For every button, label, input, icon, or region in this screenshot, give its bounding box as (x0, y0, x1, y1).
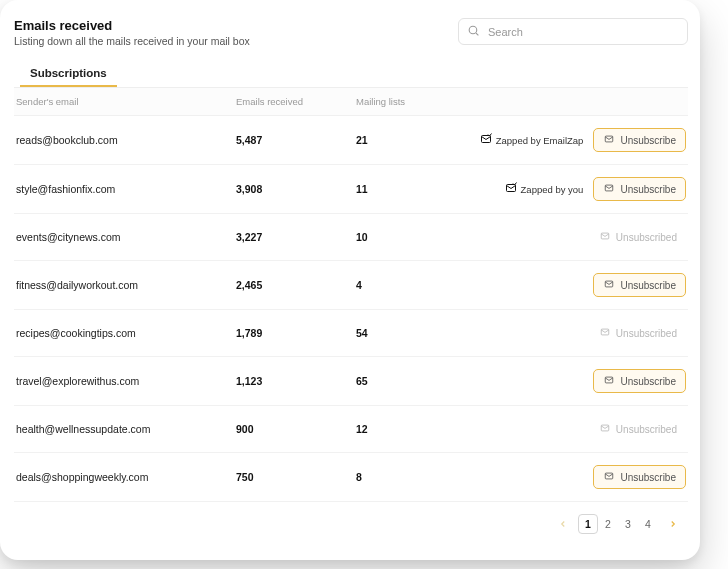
col-sender: Sender's email (16, 96, 236, 107)
table-row: style@fashionfix.com3,90811Zapped by you… (14, 165, 688, 214)
sender-email: style@fashionfix.com (16, 183, 236, 195)
envelope-icon (603, 134, 615, 146)
envelope-icon (599, 327, 611, 339)
envelope-icon (603, 279, 615, 291)
unsubscribed-label: Unsubscribed (616, 424, 677, 435)
pagination: 1234 (14, 502, 688, 544)
unsubscribe-label: Unsubscribe (620, 184, 676, 195)
unsubscribed-status: Unsubscribed (590, 418, 686, 440)
mailing-lists-count: 4 (356, 279, 476, 291)
page-title: Emails received (14, 18, 250, 33)
sender-email: deals@shoppingweekly.com (16, 471, 236, 483)
sender-email: events@citynews.com (16, 231, 236, 243)
search-input[interactable] (486, 25, 679, 39)
emails-received-count: 1,789 (236, 327, 356, 339)
mailing-lists-count: 65 (356, 375, 476, 387)
sender-email: recipes@cookingtips.com (16, 327, 236, 339)
unsubscribe-label: Unsubscribe (620, 376, 676, 387)
table-row: recipes@cookingtips.com1,78954Unsubscrib… (14, 310, 688, 357)
envelope-icon (599, 423, 611, 435)
row-actions: Zapped by youUnsubscribe (476, 177, 686, 201)
unsubscribe-button[interactable]: Unsubscribe (593, 128, 686, 152)
row-actions: Unsubscribe (476, 465, 686, 489)
emails-received-count: 900 (236, 423, 356, 435)
header: Emails received Listing down all the mai… (14, 18, 688, 47)
zapped-by-emailzap-badge: Zapped by EmailZap (480, 133, 584, 147)
emails-received-count: 1,123 (236, 375, 356, 387)
zapped-label: Zapped by EmailZap (496, 135, 584, 146)
sender-email: reads@bookclub.com (16, 134, 236, 146)
page-1[interactable]: 1 (578, 514, 598, 534)
unsubscribe-button[interactable]: Unsubscribe (593, 273, 686, 297)
page-3[interactable]: 3 (618, 514, 638, 534)
unsubscribe-label: Unsubscribe (620, 280, 676, 291)
envelope-icon (603, 183, 615, 195)
page-next[interactable] (664, 515, 682, 533)
emails-received-count: 5,487 (236, 134, 356, 146)
page-2[interactable]: 2 (598, 514, 618, 534)
unsubscribe-button[interactable]: Unsubscribe (593, 369, 686, 393)
unsubscribe-button[interactable]: Unsubscribe (593, 177, 686, 201)
unsubscribed-label: Unsubscribed (616, 232, 677, 243)
sender-email: fitness@dailyworkout.com (16, 279, 236, 291)
unsubscribed-status: Unsubscribed (590, 322, 686, 344)
emails-received-count: 3,908 (236, 183, 356, 195)
row-actions: Unsubscribe (476, 273, 686, 297)
table-body: reads@bookclub.com5,48721Zapped by Email… (14, 116, 688, 502)
envelope-icon (599, 231, 611, 243)
unsubscribed-label: Unsubscribed (616, 328, 677, 339)
table-row: travel@explorewithus.com1,12365Unsubscri… (14, 357, 688, 406)
sender-email: travel@explorewithus.com (16, 375, 236, 387)
table-row: deals@shoppingweekly.com7508Unsubscribe (14, 453, 688, 502)
zapped-label: Zapped by you (521, 184, 584, 195)
row-actions: Unsubscribed (476, 226, 686, 248)
page-prev[interactable] (554, 515, 572, 533)
unsubscribed-status: Unsubscribed (590, 226, 686, 248)
table-row: health@wellnessupdate.com90012Unsubscrib… (14, 406, 688, 453)
envelope-check-icon (505, 182, 517, 196)
search-icon (467, 23, 480, 41)
app-card: Emails received Listing down all the mai… (0, 0, 700, 560)
row-actions: Zapped by EmailZapUnsubscribe (476, 128, 686, 152)
emails-received-count: 3,227 (236, 231, 356, 243)
envelope-icon (603, 375, 615, 387)
emails-received-count: 2,465 (236, 279, 356, 291)
row-actions: Unsubscribed (476, 322, 686, 344)
zapped-by-you-badge: Zapped by you (505, 182, 584, 196)
table-row: reads@bookclub.com5,48721Zapped by Email… (14, 116, 688, 165)
envelope-check-icon (480, 133, 492, 147)
tabs: Subscriptions (14, 61, 688, 88)
svg-point-0 (469, 26, 477, 34)
col-emails: Emails received (236, 96, 356, 107)
mailing-lists-count: 12 (356, 423, 476, 435)
mailing-lists-count: 10 (356, 231, 476, 243)
sender-email: health@wellnessupdate.com (16, 423, 236, 435)
emails-received-count: 750 (236, 471, 356, 483)
page-4[interactable]: 4 (638, 514, 658, 534)
table-row: fitness@dailyworkout.com2,4654Unsubscrib… (14, 261, 688, 310)
col-lists: Mailing lists (356, 96, 476, 107)
table-header: Sender's email Emails received Mailing l… (14, 88, 688, 116)
envelope-icon (603, 471, 615, 483)
tab-subscriptions[interactable]: Subscriptions (20, 61, 117, 87)
mailing-lists-count: 8 (356, 471, 476, 483)
svg-line-1 (476, 33, 478, 35)
unsubscribe-label: Unsubscribe (620, 472, 676, 483)
title-block: Emails received Listing down all the mai… (14, 18, 250, 47)
search-box[interactable] (458, 18, 688, 45)
mailing-lists-count: 11 (356, 183, 476, 195)
unsubscribe-label: Unsubscribe (620, 135, 676, 146)
mailing-lists-count: 21 (356, 134, 476, 146)
page-subtitle: Listing down all the mails received in y… (14, 35, 250, 47)
unsubscribe-button[interactable]: Unsubscribe (593, 465, 686, 489)
mailing-lists-count: 54 (356, 327, 476, 339)
row-actions: Unsubscribe (476, 369, 686, 393)
row-actions: Unsubscribed (476, 418, 686, 440)
table-row: events@citynews.com3,22710Unsubscribed (14, 214, 688, 261)
